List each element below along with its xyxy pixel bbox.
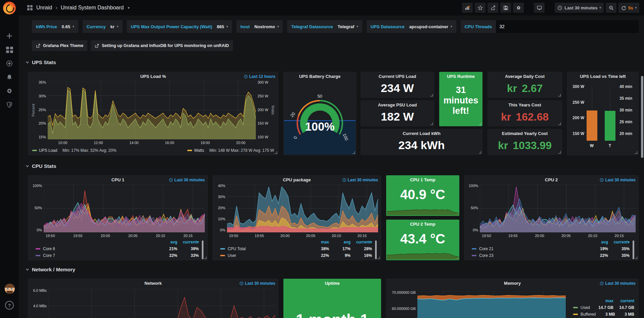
chevron-down-icon[interactable]: ▾ bbox=[128, 6, 130, 10]
legend-scrollbar[interactable] bbox=[633, 240, 634, 259]
panel-time-range[interactable]: Last 30 minutes bbox=[239, 281, 275, 286]
legend-sort-header[interactable]: current bbox=[613, 299, 634, 303]
panel-title[interactable]: Current UPS Load bbox=[361, 74, 434, 79]
panel-title[interactable]: CPU 1 Temp bbox=[386, 177, 459, 182]
variable-kwh-price: kWh Price0.65▾ bbox=[32, 20, 78, 33]
dashboard-link[interactable]: Grafana Plex Theme bbox=[32, 40, 87, 51]
panel-title[interactable]: This Years Cost bbox=[488, 102, 562, 107]
legend-sort-header[interactable]: current▾ bbox=[351, 240, 372, 244]
page-scrollbar[interactable] bbox=[641, 76, 643, 158]
legend-scrollbar[interactable] bbox=[375, 240, 377, 259]
cpu1-chart[interactable] bbox=[44, 184, 205, 232]
legend-row: Core 621%39% bbox=[31, 246, 205, 251]
legend-series-name[interactable]: CPU Total bbox=[216, 246, 246, 251]
legend-sort-header[interactable]: max bbox=[593, 299, 613, 303]
variable-label: UPS Max Output Power Capacity (Watt) bbox=[131, 24, 212, 29]
panel-title[interactable]: UPS Runtime bbox=[440, 74, 482, 79]
legend-sort-header[interactable]: current▾ bbox=[177, 240, 199, 244]
panel-title[interactable]: UPS Battery Charge bbox=[284, 74, 356, 79]
cpu2-chart[interactable] bbox=[480, 184, 636, 232]
legend-series-name[interactable]: Core 23 bbox=[467, 253, 494, 258]
panel-title[interactable]: Average Daily Cost bbox=[488, 74, 562, 79]
grafana-logo[interactable] bbox=[3, 2, 16, 14]
server-admin-shield-icon[interactable] bbox=[6, 101, 13, 108]
add-panel-button[interactable] bbox=[462, 3, 473, 13]
ups-load-chart[interactable] bbox=[48, 81, 256, 139]
panel-time-range[interactable]: Last 30 minutes bbox=[169, 178, 205, 182]
legend-cell: 39% bbox=[177, 246, 199, 251]
time-range-label: Last 30 minutes bbox=[564, 5, 597, 10]
axis-tick: 30% bbox=[217, 195, 225, 199]
explore-compass-icon[interactable] bbox=[6, 60, 13, 67]
panel-title[interactable]: Estimated Yearly Cost bbox=[488, 131, 562, 136]
tv-mode-button[interactable] bbox=[534, 3, 545, 13]
zoom-out-button[interactable] bbox=[606, 3, 616, 13]
panel-time-range[interactable]: Last 30 minutes bbox=[600, 281, 636, 286]
legend-series-name[interactable]: UPS Load bbox=[39, 148, 57, 153]
legend-series-name[interactable]: Core 7 bbox=[31, 253, 55, 258]
legend-scrollbar[interactable] bbox=[202, 240, 203, 259]
legend-series-name[interactable]: Core 21 bbox=[467, 246, 494, 251]
axis-tick: 40 min bbox=[619, 84, 636, 89]
cpu-package-chart[interactable] bbox=[227, 184, 378, 232]
legend-swatch bbox=[36, 248, 40, 249]
panel-time-range[interactable]: Last 30 minutes bbox=[600, 178, 636, 182]
panel-title[interactable]: Average PSU Load bbox=[361, 102, 434, 107]
time-range-picker[interactable]: Last 30 minutes ▾ bbox=[555, 3, 604, 13]
legend-swatch bbox=[220, 255, 225, 256]
variable-value[interactable]: 865▾ bbox=[217, 24, 228, 29]
variable-value[interactable]: kr▾ bbox=[110, 24, 119, 29]
configuration-gear-icon[interactable] bbox=[6, 87, 13, 95]
refresh-button[interactable]: 5s ▾ bbox=[618, 3, 639, 13]
variable-value[interactable]: 0.65▾ bbox=[62, 24, 74, 29]
variable-value[interactable]: Nostromo▾ bbox=[255, 24, 279, 29]
memory-chart[interactable] bbox=[417, 291, 566, 318]
panel-time-range[interactable]: Last 30 minutes bbox=[342, 178, 378, 182]
legend-sort-header[interactable]: avg bbox=[587, 240, 608, 244]
bar-W[interactable] bbox=[587, 86, 597, 141]
user-avatar[interactable] bbox=[5, 284, 15, 294]
dashboards-icon[interactable] bbox=[6, 46, 13, 53]
variable-value[interactable]: apcupsd-container▾ bbox=[409, 24, 452, 29]
variable-input[interactable] bbox=[496, 20, 639, 33]
variable-ups-datasource: UPS Datasourceapcupsd-container▾ bbox=[367, 20, 456, 33]
breadcrumb-root[interactable]: Unraid bbox=[36, 5, 52, 11]
create-plus-icon[interactable] bbox=[6, 32, 13, 40]
row-header-cpu-stats[interactable]: CPU Stats bbox=[26, 163, 56, 169]
refresh-interval-label[interactable]: 5s bbox=[628, 5, 633, 10]
row-header-network-memory[interactable]: Network / Memory bbox=[26, 267, 75, 272]
share-dashboard-button[interactable] bbox=[488, 3, 498, 13]
legend-series-name[interactable]: Used bbox=[568, 305, 590, 310]
network-chart[interactable] bbox=[48, 289, 275, 318]
row-header-ups-stats[interactable]: UPS Stats bbox=[26, 59, 56, 65]
variable-value[interactable]: Telegraf▾ bbox=[337, 24, 358, 29]
axis-tick: 150 W bbox=[258, 122, 269, 125]
panel-title[interactable]: Uptime bbox=[284, 281, 381, 286]
legend-series-name[interactable]: User bbox=[216, 253, 236, 258]
dashboard-settings-gear-icon[interactable] bbox=[513, 3, 524, 13]
panel-average-daily-cost: Average Daily Cost kr2.67 bbox=[488, 72, 562, 98]
load-vs-time-bars[interactable] bbox=[585, 86, 617, 141]
legend-sort-header[interactable]: current▾ bbox=[608, 240, 630, 244]
legend-sort-header[interactable]: avg bbox=[329, 240, 351, 244]
help-icon[interactable]: ? bbox=[5, 301, 14, 310]
panel-title[interactable]: UPS Load vs Time left bbox=[567, 74, 638, 79]
legend-series-name[interactable]: Buffered bbox=[568, 312, 596, 317]
save-dashboard-button[interactable] bbox=[500, 3, 511, 13]
bar-T[interactable] bbox=[605, 86, 615, 141]
panel-title[interactable]: CPU 2 Temp bbox=[386, 222, 459, 227]
alerting-bell-icon[interactable] bbox=[6, 74, 13, 81]
star-dashboard-button[interactable] bbox=[475, 3, 486, 13]
panel-time-range[interactable]: Last 12 hours bbox=[244, 74, 275, 79]
breadcrumb-current[interactable]: Unraid System Dashboard bbox=[61, 5, 124, 11]
legend-sort-header[interactable]: max bbox=[308, 240, 329, 244]
legend-series-name[interactable]: Core 6 bbox=[31, 246, 55, 251]
panel-title[interactable]: UPS Load % bbox=[28, 74, 278, 79]
dashboard-grid-icon[interactable] bbox=[27, 5, 33, 11]
legend-sort-header[interactable]: avg bbox=[156, 240, 177, 244]
panel-title[interactable]: Current Load kWh bbox=[361, 131, 482, 136]
legend-series-name[interactable]: Watts bbox=[194, 148, 204, 153]
panel-average-psu-load: Average PSU Load 182 W bbox=[361, 100, 434, 126]
dashboard-link[interactable]: Setting up Grafana and InfluxDB for UPS … bbox=[91, 40, 233, 51]
legend-swatch bbox=[472, 255, 476, 256]
